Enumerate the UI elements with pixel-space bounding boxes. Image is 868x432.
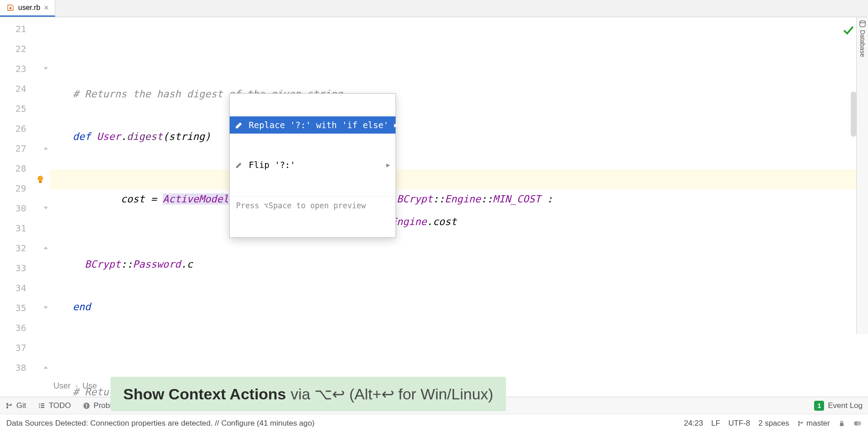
- line-number[interactable]: 25: [0, 99, 50, 119]
- ruby-file-icon: [6, 4, 14, 12]
- svg-rect-9: [41, 405, 44, 406]
- svg-point-3: [6, 403, 8, 405]
- fold-end-icon[interactable]: [43, 245, 49, 251]
- fold-end-icon[interactable]: [43, 145, 49, 152]
- edit-icon: [235, 121, 243, 129]
- menu-hint: Press ⌥Space to open preview: [230, 196, 395, 215]
- intention-bulb-icon[interactable]: [35, 174, 45, 184]
- svg-rect-14: [86, 407, 87, 408]
- line-number[interactable]: 36: [0, 318, 50, 338]
- breadcrumb-separator-icon: ›: [75, 381, 78, 391]
- database-icon[interactable]: [858, 20, 867, 28]
- svg-rect-11: [41, 407, 44, 408]
- file-tab-user-rb[interactable]: user.rb ×: [0, 0, 55, 17]
- fold-marker-icon[interactable]: [43, 66, 49, 72]
- tool-event-log[interactable]: 1 Event Log: [814, 401, 863, 411]
- fold-end-icon[interactable]: [43, 365, 49, 371]
- svg-rect-7: [41, 403, 44, 404]
- warning-icon: [83, 402, 90, 409]
- status-bar: Data Sources Detected: Connection proper…: [0, 414, 868, 432]
- line-number[interactable]: 35: [0, 298, 50, 318]
- event-count-badge: 1: [814, 401, 824, 411]
- line-number[interactable]: 38: [0, 358, 50, 378]
- line-gutter: 21 22 23 24 25 26 27 28 29 30 31 32 33 3…: [0, 17, 50, 379]
- fold-marker-icon[interactable]: [43, 205, 49, 211]
- ide-status-icon[interactable]: [854, 419, 862, 427]
- line-number[interactable]: 31: [0, 218, 50, 238]
- lock-icon[interactable]: [838, 420, 845, 427]
- database-tool-label[interactable]: Database: [859, 30, 866, 57]
- svg-point-4: [6, 407, 8, 408]
- code-line[interactable]: end: [50, 297, 868, 317]
- menu-item-label: Replace '?:' with 'if else': [249, 120, 389, 130]
- edit-icon: [235, 161, 243, 169]
- tool-todo[interactable]: TODO: [38, 401, 71, 410]
- line-number[interactable]: 37: [0, 338, 50, 358]
- svg-point-17: [798, 421, 800, 422]
- code-line[interactable]: # Returns the hash digest of the given s…: [50, 84, 868, 104]
- code-line[interactable]: [50, 42, 868, 62]
- code-line[interactable]: def User.digest(string): [50, 127, 868, 147]
- close-tab-icon[interactable]: ×: [44, 3, 49, 13]
- indent-setting[interactable]: 2 spaces: [758, 419, 789, 428]
- svg-rect-1: [39, 181, 42, 183]
- branch-icon: [5, 402, 13, 409]
- caret-position[interactable]: 24:23: [684, 419, 703, 428]
- svg-rect-20: [840, 423, 844, 426]
- code-line-current[interactable]: cost = ActiveModel::SecurePassword.min_c…: [50, 169, 868, 189]
- code-line[interactable]: BCrypt::Engine.cost: [50, 212, 868, 232]
- svg-rect-8: [39, 405, 40, 406]
- breadcrumb-item[interactable]: Use: [82, 381, 97, 391]
- file-encoding[interactable]: UTF-8: [728, 419, 750, 428]
- code-line[interactable]: BCrypt::Password.c: [50, 254, 868, 274]
- svg-point-0: [38, 176, 43, 181]
- submenu-arrow-icon: ▶: [386, 161, 390, 168]
- git-branch-widget[interactable]: master: [797, 419, 830, 428]
- line-number[interactable]: 32: [0, 238, 50, 258]
- line-number[interactable]: 34: [0, 278, 50, 298]
- editor-tab-bar: user.rb ×: [0, 0, 868, 17]
- right-tool-stripe: Database: [856, 17, 868, 334]
- line-separator[interactable]: LF: [711, 419, 720, 428]
- context-actions-popup: Replace '?:' with 'if else' ▶ Flip '?:' …: [229, 93, 396, 238]
- tool-git[interactable]: Git: [5, 401, 26, 410]
- line-number[interactable]: 30: [0, 198, 50, 218]
- svg-point-22: [857, 421, 861, 426]
- code-area[interactable]: # Returns the hash digest of the given s…: [50, 17, 868, 379]
- line-number[interactable]: 24: [0, 79, 50, 99]
- tip-title: Show Context Actions: [123, 385, 286, 403]
- list-icon: [38, 402, 45, 409]
- line-number[interactable]: 22: [0, 39, 50, 59]
- tab-filename: user.rb: [18, 4, 40, 12]
- line-number[interactable]: 21: [0, 19, 50, 39]
- svg-point-18: [798, 424, 800, 426]
- intention-flip-ternary[interactable]: Flip '?:' ▶: [230, 156, 395, 173]
- lessons-tip: Show Context Actions via ⌥↩ (Alt+↩ for W…: [111, 377, 506, 411]
- editor-area: 21 22 23 24 25 26 27 28 29 30 31 32 33 3…: [0, 17, 868, 379]
- menu-item-label: Flip '?:': [249, 160, 295, 170]
- line-number[interactable]: 26: [0, 119, 50, 139]
- svg-point-2: [860, 21, 865, 23]
- inspection-ok-icon[interactable]: [843, 24, 854, 36]
- breadcrumb-item[interactable]: User: [53, 381, 71, 391]
- svg-rect-10: [39, 407, 40, 408]
- status-message[interactable]: Data Sources Detected: Connection proper…: [6, 419, 314, 428]
- tip-shortcut: via ⌥↩ (Alt+↩ for Win/Linux): [291, 385, 493, 403]
- code-line[interactable]: [50, 340, 868, 360]
- scrollbar-thumb[interactable]: [851, 91, 856, 137]
- intention-replace-ternary[interactable]: Replace '?:' with 'if else' ▶: [230, 116, 395, 134]
- submenu-arrow-icon: ▶: [394, 121, 398, 129]
- svg-rect-6: [39, 403, 40, 404]
- fold-marker-icon[interactable]: [43, 305, 49, 311]
- line-number[interactable]: 33: [0, 258, 50, 278]
- line-number[interactable]: 27: [0, 139, 50, 158]
- line-number[interactable]: 23: [0, 59, 50, 79]
- svg-rect-13: [86, 404, 87, 406]
- branch-icon: [797, 420, 804, 427]
- breadcrumbs: User › Use: [53, 381, 97, 391]
